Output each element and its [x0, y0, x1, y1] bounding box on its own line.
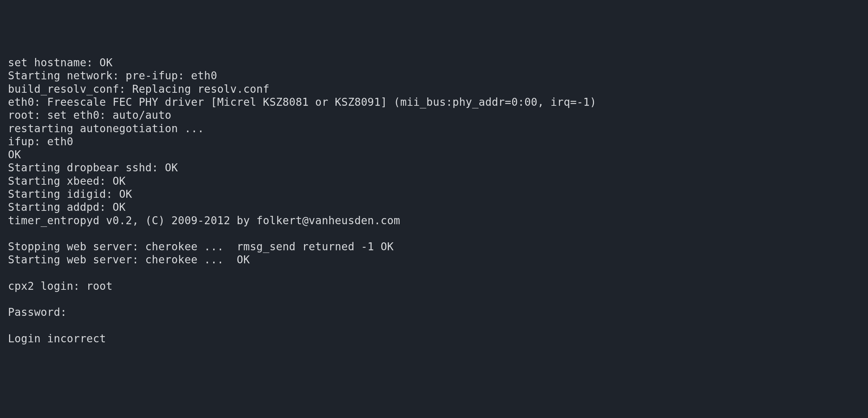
terminal-line: restarting autonegotiation ...	[8, 122, 860, 135]
terminal-line: ifup: eth0	[8, 135, 860, 148]
terminal-line: root: set eth0: auto/auto	[8, 109, 860, 122]
terminal-line: set hostname: OK	[8, 56, 860, 69]
terminal-line: timer_entropyd v0.2, (C) 2009-2012 by fo…	[8, 214, 860, 227]
terminal-line: build_resolv_conf: Replacing resolv.conf	[8, 83, 860, 96]
terminal-line: Starting xbeed: OK	[8, 175, 860, 188]
login-error: Login incorrect	[8, 332, 860, 345]
terminal-line: Starting addpd: OK	[8, 201, 860, 214]
login-prompt: cpx2 login: root	[8, 280, 860, 293]
terminal-line: Starting dropbear sshd: OK	[8, 161, 860, 174]
terminal-line: eth0: Freescale FEC PHY driver [Micrel K…	[8, 96, 860, 109]
terminal-output[interactable]: set hostname: OKStarting network: pre-if…	[8, 56, 860, 345]
terminal-line	[8, 319, 860, 332]
terminal-line: Starting network: pre-ifup: eth0	[8, 69, 860, 82]
terminal-line: Starting web server: cherokee ... OK	[8, 253, 860, 266]
password-prompt: Password:	[8, 306, 860, 319]
terminal-line	[8, 293, 860, 306]
terminal-line: Starting idigid: OK	[8, 188, 860, 201]
terminal-line: Stopping web server: cherokee ... rmsg_s…	[8, 240, 860, 253]
terminal-line	[8, 227, 860, 240]
terminal-line: OK	[8, 148, 860, 161]
terminal-line	[8, 267, 860, 280]
